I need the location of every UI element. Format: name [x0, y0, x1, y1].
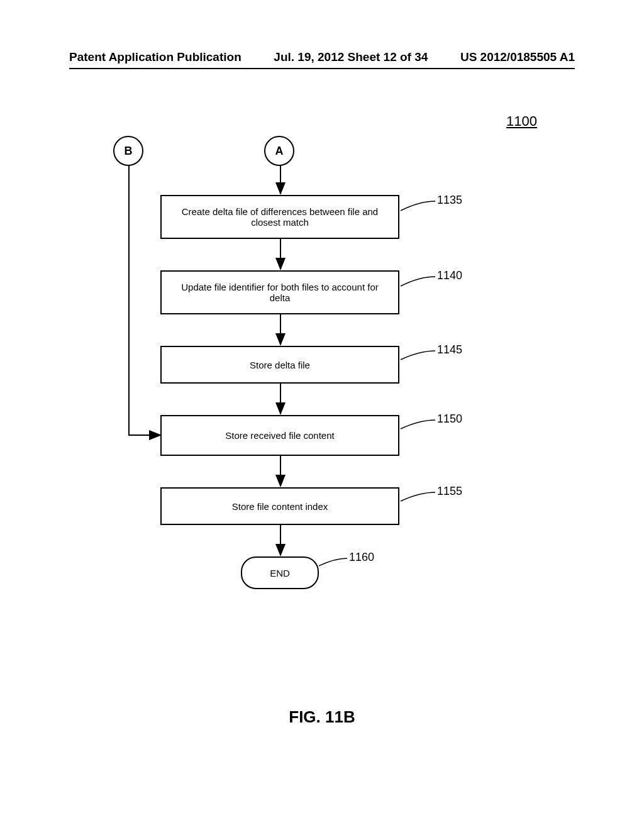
step-update-identifier: Update file identifier for both files to…: [160, 270, 399, 314]
terminator-end: END: [241, 556, 319, 589]
figure-label: FIG. 11B: [0, 707, 644, 727]
ref-1135: 1135: [437, 194, 462, 207]
step-store-index: Store file content index: [160, 487, 399, 525]
page-header: Patent Application Publication Jul. 19, …: [0, 50, 644, 64]
ref-1160: 1160: [349, 551, 374, 564]
header-right: US 2012/0185505 A1: [460, 50, 575, 64]
ref-1145: 1145: [437, 343, 462, 357]
ref-1155: 1155: [437, 485, 462, 498]
header-left: Patent Application Publication: [69, 50, 242, 64]
header-center: Jul. 19, 2012 Sheet 12 of 34: [274, 50, 428, 64]
step-store-delta: Store delta file: [160, 346, 399, 384]
flowchart-diagram: 1100 B A Create delta file of difference…: [69, 113, 575, 679]
ref-1140: 1140: [437, 269, 462, 282]
connector-a: A: [264, 136, 294, 166]
step-store-received-file: Store received file content: [160, 415, 399, 456]
main-reference-number: 1100: [506, 113, 537, 130]
header-rule: [69, 68, 575, 69]
ref-1150: 1150: [437, 412, 462, 426]
connector-b: B: [113, 136, 143, 166]
step-create-delta: Create delta file of differences between…: [160, 195, 399, 239]
